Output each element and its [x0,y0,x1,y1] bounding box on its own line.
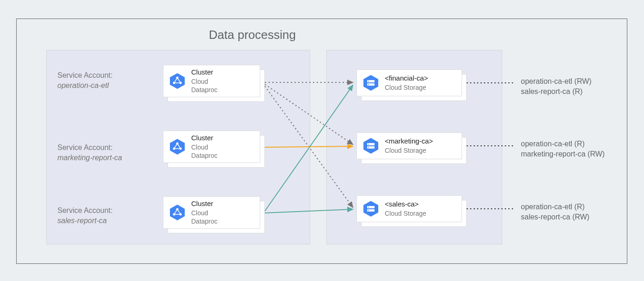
card-subtitle: Cloud Storage [385,83,428,92]
card-title: <financial-ca> [385,74,428,82]
diagram-title: Data processing [0,28,505,42]
permissions-label-1: operation-ca-etl (RW) sales-report-ca (R… [521,76,592,97]
dataproc-icon [169,204,186,221]
card-front: <sales-ca> Cloud Storage [356,195,462,222]
card-text: <financial-ca> Cloud Storage [385,74,428,92]
card-title: <sales-ca> [385,200,426,208]
card-title: Cluster [191,200,218,208]
card-title: <marketing-ca> [385,137,433,145]
service-account-heading: Service Account: [57,70,113,81]
perm-line: marketing-report-ca (RW) [521,149,605,159]
permissions-label-3: operation-ca-etl (R) sales-report-ca (RW… [521,202,589,222]
storage-icon [363,75,379,91]
card-subtitle: Cloud Storage [385,209,426,218]
service-account-label-3: Service Account: sales-report-ca [57,206,113,226]
card-text: <marketing-ca> Cloud Storage [385,137,433,155]
dataproc-icon [169,138,186,155]
perm-line: operation-ca-etl (R) [521,202,589,212]
service-account-name: marketing-report-ca [57,153,122,163]
card-subtitle-2: Dataproc [191,217,218,225]
card-text: Cluster Cloud Dataproc [191,134,218,160]
card-text: Cluster Cloud Dataproc [191,68,218,94]
card-text: <sales-ca> Cloud Storage [385,200,426,218]
storage-icon [363,137,379,154]
service-account-label-1: Service Account: operation-ca-etl [57,70,113,91]
card-front: <financial-ca> Cloud Storage [356,69,462,96]
card-front: <marketing-ca> Cloud Storage [356,132,462,159]
permissions-label-2: operation-ca-etl (R) marketing-report-ca… [521,139,605,159]
card-subtitle-2: Dataproc [191,151,218,160]
card-front: Cluster Cloud Dataproc [163,131,260,163]
card-subtitle-1: Cloud [191,77,218,86]
service-account-name: operation-ca-etl [57,81,113,91]
card-front: Cluster Cloud Dataproc [163,196,260,229]
card-text: Cluster Cloud Dataproc [191,200,218,225]
perm-line: operation-ca-etl (RW) [521,76,592,87]
dataproc-icon [169,73,186,89]
storage-icon [363,200,379,217]
card-title: Cluster [191,134,218,142]
perm-line: operation-ca-etl (R) [521,139,605,149]
card-subtitle: Cloud Storage [385,146,433,155]
service-account-heading: Service Account: [57,143,122,153]
card-subtitle-2: Dataproc [191,86,218,94]
service-account-name: sales-report-ca [57,216,113,226]
perm-line: sales-report-ca (R) [521,87,592,97]
service-account-label-2: Service Account: marketing-report-ca [57,143,122,163]
card-subtitle-1: Cloud [191,209,218,217]
card-title: Cluster [191,68,218,76]
card-front: Cluster Cloud Dataproc [163,65,260,97]
perm-line: sales-report-ca (RW) [521,212,589,222]
card-subtitle-1: Cloud [191,143,218,151]
service-account-heading: Service Account: [57,206,113,216]
